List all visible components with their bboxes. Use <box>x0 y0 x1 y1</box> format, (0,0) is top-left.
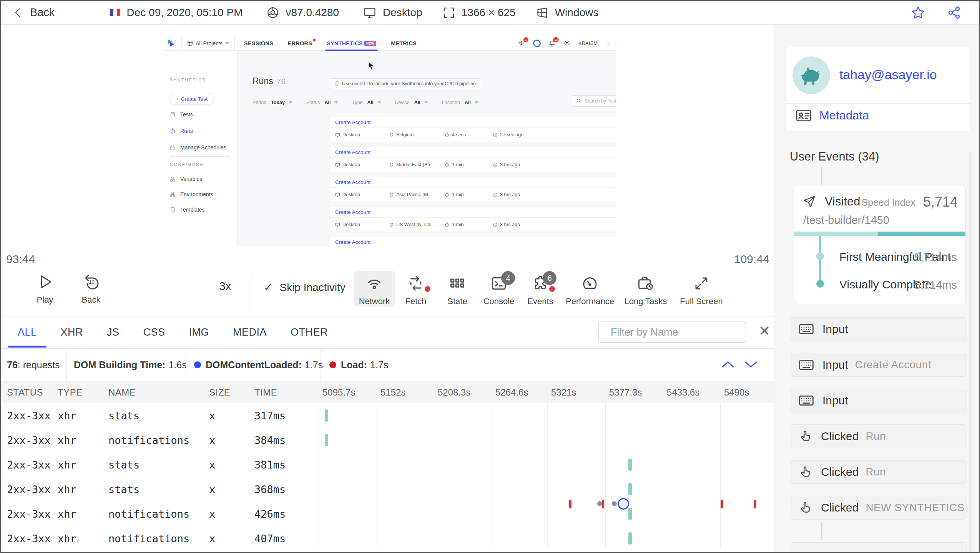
tab-sessions[interactable]: SESSIONS <box>244 36 273 51</box>
tab-errors[interactable]: ERRORS <box>288 36 312 51</box>
playback-speed-button[interactable]: 3x <box>219 280 231 293</box>
event-card-clicked[interactable]: Clicked Run <box>790 460 967 484</box>
windows-icon <box>536 6 549 19</box>
full-screen-button[interactable]: Full Screen <box>673 271 730 306</box>
run-name-link[interactable]: Create Account <box>335 149 370 155</box>
run-card[interactable]: Create Account Desktop Middle East (Ba..… <box>330 147 616 172</box>
event-card-clicked[interactable]: Clicked Run <box>790 424 967 448</box>
filter-value-location[interactable]: All <box>465 100 471 105</box>
event-card-input[interactable]: Input <box>790 389 967 412</box>
network-request-row[interactable]: 2xx-3xx xhr stats x 381ms <box>1 452 774 477</box>
run-location: Asia Pacific (M... <box>396 192 432 197</box>
sidebar-item-templates[interactable]: Templates <box>170 207 205 213</box>
tab-synthetics[interactable]: SYNTHETICSNEW <box>327 36 376 51</box>
first-meaningful-paint-metric: First Meaningful Paint 5,714ms <box>794 248 965 264</box>
run-card[interactable]: Create Account Desktop Canada (Central..… <box>330 237 616 247</box>
total-time-label: 109:44 <box>734 253 769 266</box>
request-name: stats <box>108 459 140 471</box>
event-card-input[interactable]: Input Create Account <box>790 353 967 377</box>
sidebar-item-runs[interactable]: Runs <box>170 128 193 134</box>
request-time: 426ms <box>254 508 286 520</box>
network-request-row[interactable]: 2xx-3xx xhr notifications x 426ms <box>1 502 774 526</box>
metadata-button[interactable]: Metadata <box>796 109 869 123</box>
network-table: STATUS TYPE NAME SIZE TIME 5095.7s 5152s… <box>1 381 774 549</box>
performance-panel-button[interactable]: Performance <box>561 271 619 306</box>
sidebar-section-synthetics: SYNTHETICS <box>170 78 206 82</box>
run-card[interactable]: Create Account Desktop Belgium 4 secs 27… <box>330 117 616 142</box>
pointer-hand-icon <box>799 465 812 479</box>
sidebar-item-manage-schedules[interactable]: Manage Schedules <box>170 144 226 151</box>
chevron-left-icon <box>12 7 24 18</box>
console-panel-button[interactable]: 4 Console <box>478 271 520 306</box>
request-type: xhr <box>58 483 76 495</box>
filter-value-type[interactable]: All <box>367 100 374 105</box>
user-card: tahay@asayer.io Metadata <box>785 47 970 131</box>
favorite-star-icon[interactable] <box>911 5 925 20</box>
jump-next-icon[interactable] <box>743 359 759 369</box>
tab-all[interactable]: ALL <box>18 316 37 349</box>
events-scrollbar-track[interactable] <box>969 151 972 553</box>
user-menu[interactable]: KRAIEM <box>578 41 598 46</box>
visited-event-card[interactable]: Visited Speed Index 5,714 /test-builder/… <box>794 186 966 304</box>
event-card-partial[interactable] <box>790 542 967 553</box>
share-icon[interactable] <box>947 5 962 20</box>
create-test-button[interactable]: +Create Test <box>169 93 214 105</box>
announcements-icon[interactable]: 1 <box>518 40 525 47</box>
session-date-text: Dec 09, 2020, 05:10 PM <box>126 7 243 19</box>
skip-inactivity-toggle[interactable]: ✓ Skip Inactivity <box>264 281 345 294</box>
run-card[interactable]: Create Account Desktop US West (N. Cal..… <box>330 207 616 232</box>
event-card-input[interactable]: Input <box>790 317 967 341</box>
project-selector[interactable]: All Projects <box>182 36 235 51</box>
long-tasks-panel-button[interactable]: Long Tasks <box>619 271 673 306</box>
close-panel-icon[interactable]: ✕ <box>759 324 770 338</box>
fetch-panel-button[interactable]: Fetch <box>395 271 437 306</box>
tab-other[interactable]: OTHER <box>291 316 328 349</box>
tab-js[interactable]: JS <box>107 316 120 349</box>
back-10-seconds-button[interactable]: 10 Back <box>70 273 112 305</box>
time-tick: 5377.3s <box>609 387 642 398</box>
top-bar: Back Dec 09, 2020, 05:10 PM v87.0.4280 D… <box>1 1 979 25</box>
speed-index-value: 5,714 <box>923 194 958 210</box>
run-card[interactable]: Create Account Desktop Asia Pacific (M..… <box>330 177 616 202</box>
timeline-playhead[interactable] <box>618 498 629 510</box>
sidebar-item-tests[interactable]: Tests <box>170 111 193 118</box>
filter-value-status[interactable]: All <box>324 100 331 105</box>
tab-xhr[interactable]: XHR <box>61 316 83 349</box>
cli-link[interactable]: CLI <box>360 81 367 86</box>
network-request-row[interactable]: 2xx-3xx xhr notifications x 407ms <box>1 526 774 551</box>
tab-css[interactable]: CSS <box>143 316 165 349</box>
run-location: US West (N. Cal... <box>396 222 435 227</box>
network-request-row[interactable]: 2xx-3xx xhr notifications x 384ms <box>1 428 774 452</box>
sidebar-item-environments[interactable]: Environments <box>170 191 213 197</box>
run-name-link[interactable]: Create Account <box>335 179 370 185</box>
timeline-error-marker <box>721 500 723 508</box>
filter-value-period[interactable]: Today <box>271 100 285 105</box>
new-badge: NEW <box>364 41 376 46</box>
run-name-link[interactable]: Create Account <box>335 119 370 125</box>
user-email-link[interactable]: tahay@asayer.io <box>839 67 937 82</box>
sidebar-item-variables[interactable]: Variables <box>170 176 202 182</box>
run-name-link[interactable]: Create Account <box>335 239 370 245</box>
settings-gear-icon[interactable] <box>563 40 571 47</box>
kebab-menu-icon[interactable]: ⋮ <box>605 40 611 47</box>
play-button[interactable]: Play <box>24 273 66 305</box>
network-request-row[interactable]: 2xx-3xx xhr stats x 368ms <box>1 477 774 502</box>
network-panel-button[interactable]: Network <box>354 271 395 306</box>
request-waterfall-bar <box>628 483 632 495</box>
network-request-row[interactable]: 2xx-3xx xhr stats x 317ms <box>1 403 774 428</box>
back-button[interactable]: Back <box>12 6 55 19</box>
notifications-bell-icon[interactable]: 13 <box>548 40 556 47</box>
chevron-down-icon <box>334 101 338 104</box>
filter-value-device[interactable]: All <box>414 100 420 105</box>
state-panel-button[interactable]: State <box>437 271 478 306</box>
run-name-link[interactable]: Create Account <box>335 209 370 215</box>
tab-media[interactable]: MEDIA <box>233 316 267 349</box>
network-filter-input[interactable] <box>611 326 747 338</box>
events-panel-button[interactable]: 6 Events <box>520 271 561 306</box>
test-search-input[interactable] <box>585 98 616 104</box>
tab-metrics[interactable]: METRICS <box>391 36 417 51</box>
request-name: stats <box>108 410 140 422</box>
tab-img[interactable]: IMG <box>189 316 209 349</box>
event-card-clicked[interactable]: Clicked NEW SYNTHETICS <box>790 496 967 520</box>
jump-previous-icon[interactable] <box>720 359 736 369</box>
